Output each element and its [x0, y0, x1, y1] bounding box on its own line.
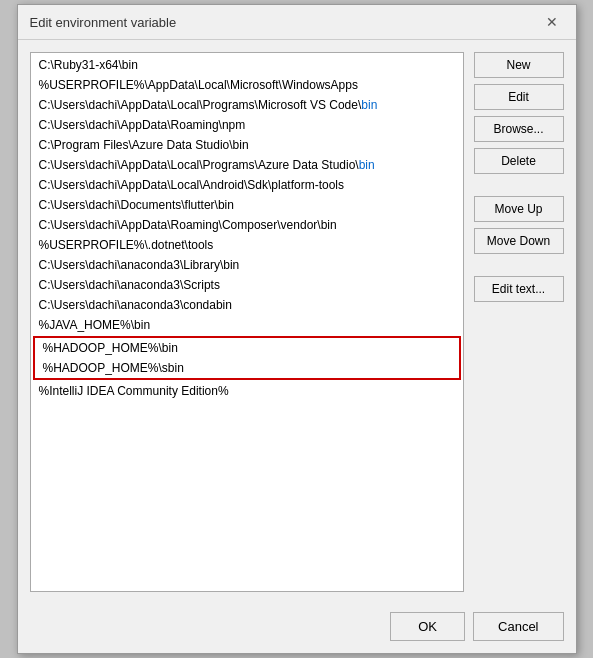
- spacer2: [474, 260, 564, 270]
- highlighted-group: %HADOOP_HOME%\bin%HADOOP_HOME%\sbin: [33, 336, 461, 380]
- env-variable-list[interactable]: C:\Ruby31-x64\bin%USERPROFILE%\AppData\L…: [30, 52, 464, 592]
- list-item[interactable]: C:\Users\dachi\anaconda3\Library\bin: [31, 255, 463, 275]
- edit-text-button[interactable]: Edit text...: [474, 276, 564, 302]
- buttons-panel: New Edit Browse... Delete Move Up Move D…: [474, 52, 564, 592]
- new-button[interactable]: New: [474, 52, 564, 78]
- list-item[interactable]: %USERPROFILE%\AppData\Local\Microsoft\Wi…: [31, 75, 463, 95]
- list-item[interactable]: C:\Users\dachi\AppData\Local\Programs\Mi…: [31, 95, 463, 115]
- list-item[interactable]: %IntelliJ IDEA Community Edition%: [31, 381, 463, 401]
- title-bar: Edit environment variable ✕: [18, 5, 576, 40]
- edit-env-variable-dialog: Edit environment variable ✕ C:\Ruby31-x6…: [17, 4, 577, 654]
- close-button[interactable]: ✕: [540, 13, 564, 31]
- list-item[interactable]: %HADOOP_HOME%\bin: [35, 338, 459, 358]
- move-down-button[interactable]: Move Down: [474, 228, 564, 254]
- list-item[interactable]: C:\Users\dachi\AppData\Roaming\Composer\…: [31, 215, 463, 235]
- dialog-title: Edit environment variable: [30, 15, 177, 30]
- list-item[interactable]: C:\Users\dachi\AppData\Local\Programs\Az…: [31, 155, 463, 175]
- list-item[interactable]: C:\Users\dachi\AppData\Local\Android\Sdk…: [31, 175, 463, 195]
- spacer1: [474, 180, 564, 190]
- list-item[interactable]: %JAVA_HOME%\bin: [31, 315, 463, 335]
- list-item[interactable]: C:\Users\dachi\anaconda3\Scripts: [31, 275, 463, 295]
- move-up-button[interactable]: Move Up: [474, 196, 564, 222]
- list-item[interactable]: C:\Users\dachi\anaconda3\condabin: [31, 295, 463, 315]
- list-item[interactable]: C:\Program Files\Azure Data Studio\bin: [31, 135, 463, 155]
- list-item[interactable]: %HADOOP_HOME%\sbin: [35, 358, 459, 378]
- cancel-button[interactable]: Cancel: [473, 612, 563, 641]
- list-item[interactable]: C:\Ruby31-x64\bin: [31, 55, 463, 75]
- dialog-footer: OK Cancel: [18, 604, 576, 653]
- list-item[interactable]: C:\Users\dachi\AppData\Roaming\npm: [31, 115, 463, 135]
- browse-button[interactable]: Browse...: [474, 116, 564, 142]
- edit-button[interactable]: Edit: [474, 84, 564, 110]
- ok-button[interactable]: OK: [390, 612, 465, 641]
- list-item[interactable]: C:\Users\dachi\Documents\flutter\bin: [31, 195, 463, 215]
- delete-button[interactable]: Delete: [474, 148, 564, 174]
- dialog-body: C:\Ruby31-x64\bin%USERPROFILE%\AppData\L…: [18, 40, 576, 604]
- list-item[interactable]: %USERPROFILE%\.dotnet\tools: [31, 235, 463, 255]
